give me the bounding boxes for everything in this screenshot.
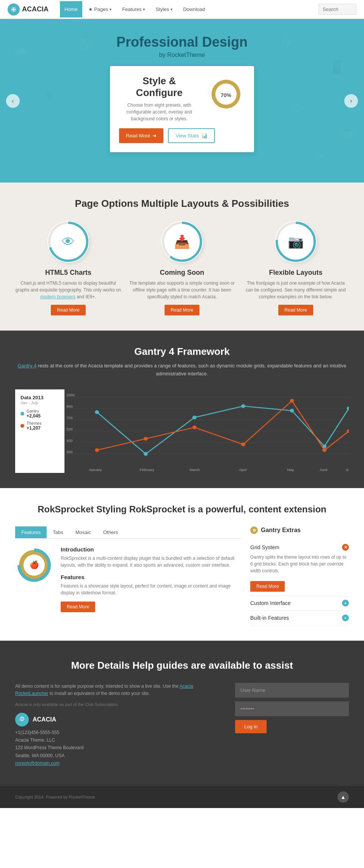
svg-text:◎: ◎ (165, 162, 174, 173)
nav-item-styles[interactable]: Styles ▾ (151, 1, 177, 17)
roksprocket-section: RokSprocket Styling RokSprocket is a pow… (0, 488, 364, 641)
svg-text:⬇: ⬇ (224, 87, 228, 93)
search-input[interactable] (318, 4, 356, 15)
hero-section: ☁ 🔍 📄 ✈ 📱 ⚙ ☕ ⬡ ★ ◎ ‹ Professional Desig… (0, 19, 364, 183)
svg-point-34 (95, 410, 99, 414)
feature-flexible-read-more[interactable]: Read More (278, 305, 313, 315)
footer-email[interactable]: noreply@domain.com (15, 761, 60, 766)
feature-html5-icon: 👁 (62, 235, 75, 249)
features-row: 👁 HTML5 Charts Chart.js and HTML5 canvas… (8, 221, 356, 315)
footer-company: Acacia Theme, LLC (15, 736, 220, 744)
feature-html5-read-more[interactable]: Read More (51, 305, 85, 315)
nav-item-pages[interactable]: ★ Pages ▾ (84, 1, 116, 17)
logo-icon (8, 3, 20, 16)
roksprocket-title: RokSprocket Styling RokSprocket is a pow… (15, 503, 349, 515)
roksprocket-main: Features Tabs Mosaic Others 🍎 (15, 526, 241, 625)
feature-html5-desc: Chart.js and HTML5 canvas to display bea… (15, 280, 121, 300)
password-input[interactable] (235, 701, 349, 716)
view-stats-button[interactable]: View Stats 📊 (168, 128, 215, 143)
footer-cta-title: More Details Help guides are available t… (15, 660, 349, 671)
feature-flexible-title: Flexible Layouts (243, 269, 349, 277)
feature-flexible-icon: 📷 (288, 234, 304, 249)
svg-text:🔍: 🔍 (36, 83, 52, 98)
style-card: Style &Configure Choose from eight prese… (110, 66, 254, 152)
username-input[interactable] (235, 683, 349, 698)
accordion-grid-system-header[interactable]: Grid System ✕ (250, 544, 349, 551)
svg-text:800: 800 (66, 405, 72, 408)
hero-title: Professional Design (0, 34, 364, 50)
nav-item-features[interactable]: Features ▾ (118, 1, 149, 17)
svg-point-42 (144, 437, 148, 441)
svg-text:300: 300 (66, 450, 72, 454)
footer-logo-row: ACACIA (15, 713, 220, 726)
nav-item-download[interactable]: Download (179, 1, 210, 17)
feature-coming-soon-read-more[interactable]: Read More (165, 305, 199, 315)
feature-html5: 👁 HTML5 Charts Chart.js and HTML5 canvas… (15, 221, 121, 315)
accordion-builtin-features: Built-in Features + (250, 611, 349, 625)
chart-legend: Data 2013 Jan - July Gantry +2,045 Theme… (15, 389, 64, 473)
nav-item-home[interactable]: Home (60, 1, 82, 17)
legend-themes-dot (20, 424, 24, 428)
navigation: ACACIA Home ★ Pages ▾ Features ▾ Styles … (0, 0, 364, 19)
accordion-custom-interface-toggle[interactable]: + (342, 600, 349, 606)
svg-text:★: ★ (316, 149, 327, 162)
accordion-builtin-features-label: Built-in Features (250, 615, 289, 621)
svg-text:June: June (320, 468, 328, 472)
read-more-button[interactable]: Read More ➜ (119, 128, 163, 143)
svg-text:May: May (287, 468, 294, 472)
footer-phone: +1(123)456-5555-555 (15, 729, 220, 736)
accordion-grid-system-label: Grid System (250, 544, 279, 550)
line-chart-svg: 1000 800 700 500 400 300 (64, 389, 349, 473)
hero-subtitle: by RocketTheme (0, 52, 364, 58)
feature-flexible: 📷 Flexible Layouts The frontpage is just… (243, 221, 349, 315)
hero-prev-button[interactable]: ‹ (6, 94, 20, 108)
svg-text:🍎: 🍎 (30, 560, 39, 569)
tab-mosaic[interactable]: Mosaic (69, 526, 97, 538)
hero-next-button[interactable]: › (344, 94, 358, 108)
legend-themes: Themes +1,207 (20, 421, 59, 431)
accordion-grid-system: Grid System ✕ Gantry splits the theme la… (250, 540, 349, 596)
svg-point-45 (290, 399, 294, 403)
feature-flexible-circle: 📷 (275, 221, 317, 263)
accordion-builtin-features-header[interactable]: Built-in Features + (250, 614, 349, 621)
svg-text:July: July (345, 468, 349, 472)
page-options-title: Page Options Multiple Layouts & Possibil… (8, 198, 356, 210)
svg-point-40 (347, 406, 349, 410)
gantry-link[interactable]: Gantry 4 (17, 363, 36, 369)
acacia-link[interactable]: Acacia RocketLauncher (15, 684, 193, 696)
tab-intro-desc: RokSprocket is a multi-content display p… (61, 555, 241, 569)
tab-others[interactable]: Others (97, 526, 124, 538)
legend-gantry-value: +2,045 (27, 413, 41, 419)
style-card-title: Style &Configure (119, 75, 199, 99)
svg-text:☕: ☕ (340, 124, 356, 139)
legend-title: Data 2013 (20, 395, 59, 400)
read-more-label: Read More (126, 133, 150, 139)
tab-tabs[interactable]: Tabs (47, 526, 69, 538)
tab-features[interactable]: Features (15, 526, 47, 538)
tabs-nav: Features Tabs Mosaic Others (15, 526, 241, 539)
accordion-grid-system-toggle[interactable]: ✕ (342, 544, 349, 551)
accordion-grid-read-more[interactable]: Read More (250, 581, 285, 592)
legend-subtitle: Jan - July (20, 400, 59, 405)
footer-copyright: Copyright 2014. Powered by RocketTheme (15, 795, 95, 799)
svg-text:500: 500 (66, 427, 72, 431)
gantry-extras: ⚙ Gantry Extras Grid System ✕ Gantry spl… (250, 526, 349, 625)
accordion-custom-interface-header[interactable]: Custom Interface + (250, 600, 349, 606)
accordion-builtin-features-toggle[interactable]: + (342, 614, 349, 621)
legend-gantry-dot (20, 412, 24, 416)
feature-coming-soon-circle: 📥 (161, 221, 203, 263)
roksprocket-read-more[interactable]: Read More (61, 602, 95, 612)
gantry-title: Gantry 4 Framework (15, 346, 349, 358)
scroll-to-top-button[interactable]: ▲ (337, 791, 349, 803)
svg-text:📱: 📱 (328, 58, 346, 76)
tab-intro-title: Introduction (61, 546, 241, 553)
site-logo[interactable]: ACACIA (8, 3, 49, 16)
svg-text:400: 400 (66, 439, 72, 443)
legend-gantry: Gantry +2,045 (20, 409, 59, 419)
footer-cta-right: Log in (235, 683, 349, 767)
feature-flexible-desc: The frontpage is just one example of how… (243, 280, 349, 300)
tab-text: Introduction RokSprocket is a multi-cont… (61, 546, 241, 612)
extras-icon: ⚙ (250, 526, 258, 534)
gantry-extras-title: ⚙ Gantry Extras (250, 526, 349, 534)
login-button[interactable]: Log in (235, 720, 267, 733)
